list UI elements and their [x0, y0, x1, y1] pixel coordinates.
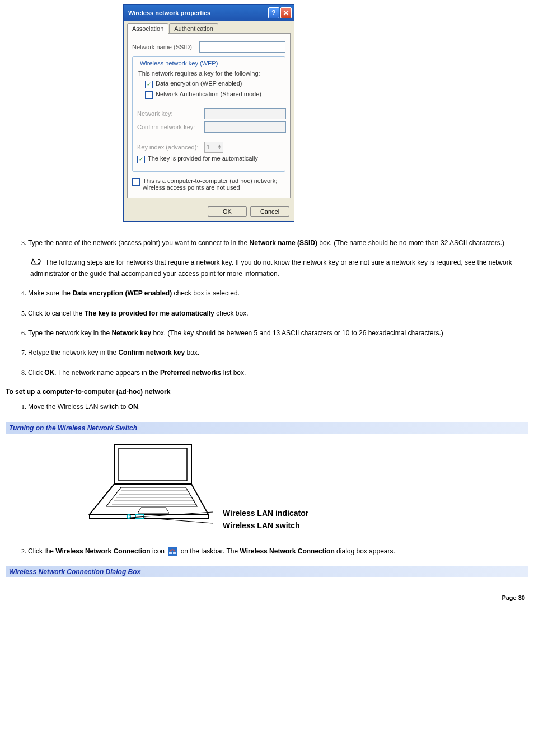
checkbox-adhoc[interactable] — [132, 178, 140, 186]
label-adhoc: This is a computer-to-computer (ad hoc) … — [143, 177, 285, 191]
confirm-key-label: Confirm network key: — [137, 124, 204, 130]
step-8: Click OK. The network name appears in th… — [28, 368, 528, 378]
laptop-figure: Wireless LAN indicator Wireless LAN swit… — [67, 440, 528, 536]
network-key-label: Network key: — [137, 110, 204, 117]
svg-marker-3 — [106, 487, 197, 506]
label-data-encryption: Data encryption (WEP enabled) — [156, 80, 242, 87]
svg-rect-16 — [169, 552, 172, 554]
step-b1: Move the Wireless LAN switch to ON. — [28, 402, 528, 412]
svg-marker-1 — [119, 448, 187, 481]
key-index-label: Key index (advanced): — [137, 144, 204, 151]
annotation-switch: Wireless LAN switch — [223, 521, 308, 530]
wep-legend: Wireless network key (WEP) — [138, 60, 219, 67]
cancel-button[interactable]: Cancel — [250, 206, 289, 217]
dialog-titlebar: Wireless network properties ? — [124, 5, 294, 21]
note-icon — [30, 257, 41, 269]
spinner-arrows-icon: ▲▼ — [218, 144, 221, 150]
caption-dialog2: Wireless Network Connection Dialog Box — [6, 566, 528, 577]
step-6: Type the network key in the Network key … — [28, 328, 528, 338]
checkbox-auto-key[interactable] — [137, 156, 145, 163]
wireless-properties-dialog: Wireless network properties ? Associatio… — [123, 4, 294, 222]
annotation-indicator: Wireless LAN indicator — [223, 509, 308, 518]
ssid-label: Network name (SSID): — [132, 44, 199, 50]
wep-fieldset: Wireless network key (WEP) This network … — [132, 56, 285, 172]
page-number: Page 30 — [6, 594, 528, 601]
steps-list-b2: Click the Wireless Network Connection ic… — [6, 547, 528, 556]
checkbox-data-encryption[interactable] — [145, 81, 153, 88]
checkbox-net-auth[interactable] — [145, 91, 153, 99]
wep-intro-text: This network requires a key for the foll… — [138, 70, 280, 77]
step-3: Type the name of the network (access poi… — [28, 238, 528, 279]
laptop-drawing — [67, 440, 213, 536]
help-icon[interactable]: ? — [268, 7, 279, 18]
network-key-input — [204, 108, 286, 119]
label-net-auth: Network Authentication (Shared mode) — [156, 91, 261, 97]
step-5: Click to cancel the The key is provided … — [28, 309, 528, 318]
tab-body-association: Network name (SSID): Wireless network ke… — [127, 33, 291, 198]
steps-list-a: Type the name of the network (access poi… — [6, 238, 528, 378]
close-icon[interactable] — [280, 7, 292, 18]
ssid-input[interactable] — [199, 41, 285, 53]
key-index-value: 1 — [207, 144, 210, 151]
step-7: Retype the network key in the Confirm ne… — [28, 348, 528, 358]
key-index-spinner: 1 ▲▼ — [204, 142, 223, 153]
adhoc-heading: To set up a computer-to-computer (ad-hoc… — [6, 388, 528, 396]
dialog-figure: Wireless network properties ? Associatio… — [123, 4, 528, 222]
tabs-row: Association Authentication — [124, 21, 294, 34]
svg-rect-17 — [173, 552, 176, 554]
svg-marker-9 — [138, 508, 169, 513]
tab-association[interactable]: Association — [127, 23, 168, 34]
ok-button[interactable]: OK — [208, 206, 247, 217]
caption-switch: Turning on the Wireless Network Switch — [6, 422, 528, 434]
svg-rect-15 — [168, 547, 177, 556]
dialog-title: Wireless network properties — [128, 10, 210, 16]
wireless-connection-icon — [168, 547, 177, 556]
label-auto-key: The key is provided for me automatically — [148, 155, 258, 162]
steps-list-b: Move the Wireless LAN switch to ON. — [6, 402, 528, 412]
note-block: The following steps are for networks tha… — [30, 257, 528, 279]
step-4: Make sure the Data encryption (WEP enabl… — [28, 289, 528, 298]
tab-authentication[interactable]: Authentication — [169, 23, 218, 34]
step-b2: Click the Wireless Network Connection ic… — [28, 547, 528, 556]
confirm-key-input — [204, 121, 286, 133]
